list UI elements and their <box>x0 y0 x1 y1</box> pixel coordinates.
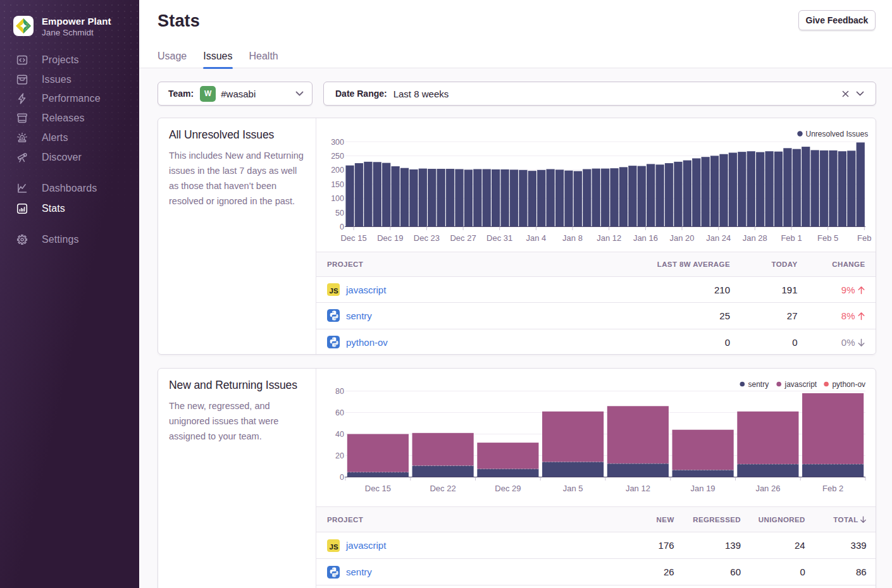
svg-text:Feb 5: Feb 5 <box>817 233 838 243</box>
svg-text:0: 0 <box>340 473 344 482</box>
svg-text:80: 80 <box>335 387 344 396</box>
svg-text:Jan 16: Jan 16 <box>633 233 658 243</box>
svg-text:Jan 28: Jan 28 <box>743 233 767 243</box>
svg-text:Jan 19: Jan 19 <box>691 484 715 493</box>
svg-text:Feb 1: Feb 1 <box>781 233 802 243</box>
svg-text:Dec 27: Dec 27 <box>450 233 476 243</box>
svg-text:Jan 8: Jan 8 <box>562 233 583 243</box>
svg-text:Feb 2: Feb 2 <box>822 484 843 493</box>
svg-text:0: 0 <box>340 223 344 231</box>
svg-text:python-ov: python-ov <box>832 380 865 389</box>
svg-text:100: 100 <box>331 194 344 203</box>
svg-text:JS: JS <box>330 542 338 550</box>
svg-text:40: 40 <box>335 430 344 439</box>
svg-text:Feb: Feb <box>857 233 871 243</box>
svg-text:Jan 12: Jan 12 <box>626 484 650 493</box>
svg-text:200: 200 <box>331 166 344 175</box>
svg-text:sentry: sentry <box>748 380 769 389</box>
svg-text:Dec 23: Dec 23 <box>414 233 440 243</box>
svg-text:250: 250 <box>331 152 344 161</box>
svg-text:Dec 19: Dec 19 <box>377 233 403 243</box>
svg-text:javascript: javascript <box>784 380 817 389</box>
svg-text:60: 60 <box>335 408 344 417</box>
svg-text:50: 50 <box>335 209 344 217</box>
svg-text:20: 20 <box>335 451 344 460</box>
svg-text:Jan 5: Jan 5 <box>563 484 583 493</box>
svg-text:Dec 15: Dec 15 <box>340 233 366 243</box>
svg-text:Dec 29: Dec 29 <box>495 484 521 493</box>
svg-text:Jan 4: Jan 4 <box>526 233 546 243</box>
svg-text:Dec 31: Dec 31 <box>486 233 512 243</box>
svg-text:Jan 20: Jan 20 <box>669 233 694 243</box>
svg-text:Jan 24: Jan 24 <box>706 233 731 243</box>
svg-text:JS: JS <box>330 287 338 295</box>
svg-text:Jan 12: Jan 12 <box>597 233 621 243</box>
svg-text:150: 150 <box>331 180 344 189</box>
svg-text:Unresolved Issues: Unresolved Issues <box>806 130 869 138</box>
svg-text:300: 300 <box>331 138 344 147</box>
svg-text:Dec 15: Dec 15 <box>365 484 391 493</box>
svg-text:Jan 26: Jan 26 <box>755 484 780 493</box>
svg-text:Dec 22: Dec 22 <box>430 484 455 493</box>
